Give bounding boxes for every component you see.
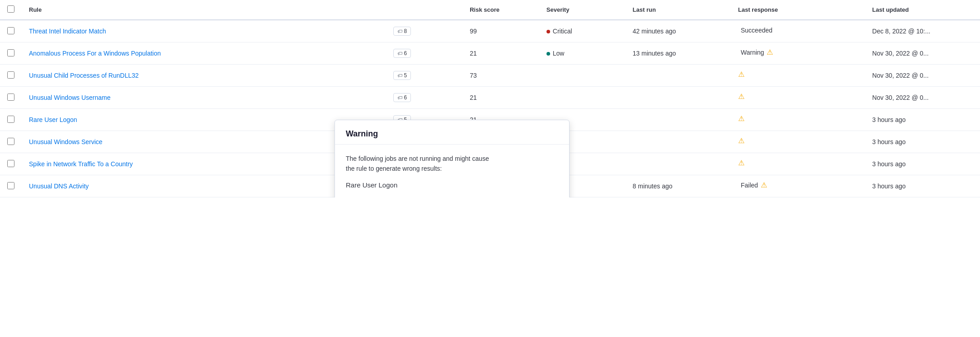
last-run-cell [626, 87, 731, 109]
tag-count: 8 [404, 28, 407, 34]
severity-dot [547, 52, 550, 56]
select-all-checkbox[interactable] [7, 5, 14, 13]
last-run-cell: 8 minutes ago [626, 175, 731, 197]
warning-triangle-icon[interactable]: ⚠ [738, 93, 744, 100]
last-response-cell: ⚠ [731, 65, 750, 84]
last-response-cell: Failed⚠ [731, 175, 750, 195]
tag-badge[interactable]: 🏷5 [393, 71, 411, 80]
row-checkbox[interactable] [7, 160, 14, 167]
response-label: Warning [741, 49, 764, 56]
rule-name-cell: Rare User Logon [22, 109, 386, 131]
row-checkbox[interactable] [7, 71, 14, 79]
last-updated-cell: Nov 30, 2022 @ 0... [865, 65, 980, 87]
severity-cell [539, 87, 626, 109]
table-row: Anomalous Process For a Windows Populati… [0, 42, 980, 65]
last-response-cell: ⚠ [731, 109, 750, 129]
tag-count: 6 [404, 50, 407, 56]
last-run-cell [626, 153, 731, 175]
table-row: Unusual Child Processes of RunDLL32🏷573⚠… [0, 65, 980, 87]
tags-cell: 🏷8 [386, 20, 463, 42]
warning-popup: Warning The following jobs are not runni… [335, 120, 570, 197]
warning-triangle-icon[interactable]: ⚠ [738, 115, 744, 122]
warning-triangle-icon[interactable]: ⚠ [761, 182, 767, 189]
popup-description-line1: The following jobs are not running and m… [346, 155, 489, 162]
severity-cell: Low [539, 42, 626, 65]
rule-name-cell: Unusual Child Processes of RunDLL32 [22, 65, 386, 87]
last-response-cell: ⚠ [731, 131, 750, 151]
severity-cell: Critical [539, 20, 626, 42]
row-checkbox-cell [0, 109, 22, 131]
severity-cell [539, 65, 626, 87]
last-updated-cell: 3 hours ago [865, 153, 980, 175]
table-header-row: Rule Risk score Severity Last run Last r… [0, 0, 980, 20]
rule-name-link[interactable]: Anomalous Process For a Windows Populati… [29, 50, 161, 57]
warning-triangle-icon[interactable]: ⚠ [738, 137, 744, 145]
tags-cell: 🏷6 [386, 42, 463, 65]
risk-score-column-header: Risk score [462, 0, 539, 20]
last-updated-cell: 3 hours ago [865, 131, 980, 153]
last-response-column-header: Last response [731, 0, 865, 20]
last-response-cell: Warning⚠ [731, 42, 750, 62]
last-updated-cell: Nov 30, 2022 @ 0... [865, 42, 980, 65]
tag-count: 5 [404, 72, 407, 79]
popup-description: The following jobs are not running and m… [346, 154, 558, 174]
rule-name-link[interactable]: Threat Intel Indicator Match [29, 28, 106, 35]
row-checkbox-cell [0, 175, 22, 197]
last-response-cell: ⚠ [731, 87, 750, 107]
rule-name-link[interactable]: Unusual Child Processes of RunDLL32 [29, 72, 139, 79]
last-response-cell: Succeeded [731, 20, 750, 40]
row-checkbox[interactable] [7, 182, 14, 189]
last-run-cell: 13 minutes ago [626, 42, 731, 65]
last-updated-cell: 3 hours ago [865, 109, 980, 131]
table-row: Threat Intel Indicator Match🏷899Critical… [0, 20, 980, 42]
tag-count: 6 [404, 94, 407, 101]
table-row: Unusual Windows Username🏷621⚠Nov 30, 202… [0, 87, 980, 109]
popup-header: Warning [335, 120, 569, 145]
row-checkbox[interactable] [7, 27, 14, 34]
tags-column-header [386, 0, 463, 20]
response-label: Succeeded [741, 27, 773, 34]
rule-name-link[interactable]: Rare User Logon [29, 116, 77, 123]
row-checkbox[interactable] [7, 138, 14, 145]
row-checkbox[interactable] [7, 94, 14, 101]
tag-icon: 🏷 [397, 95, 402, 100]
risk-score-cell: 99 [462, 20, 539, 42]
warning-triangle-icon[interactable]: ⚠ [738, 159, 744, 167]
row-checkbox-cell [0, 20, 22, 42]
row-checkbox-cell [0, 65, 22, 87]
rule-name-cell: Anomalous Process For a Windows Populati… [22, 42, 386, 65]
popup-description-line2: the rule to generate wrong results: [346, 165, 442, 172]
row-checkbox-cell [0, 131, 22, 153]
rule-name-cell: Unusual Windows Username [22, 87, 386, 109]
rule-name-cell: Unusual Windows Service [22, 131, 386, 153]
rule-name-link[interactable]: Unusual DNS Activity [29, 183, 89, 190]
tag-badge[interactable]: 🏷8 [393, 27, 411, 36]
last-run-column-header: Last run [626, 0, 731, 20]
rule-name-cell: Threat Intel Indicator Match [22, 20, 386, 42]
row-checkbox-cell [0, 87, 22, 109]
rule-column-header: Rule [22, 0, 386, 20]
severity-dot [547, 30, 550, 33]
row-checkbox[interactable] [7, 49, 14, 56]
rule-name-link[interactable]: Spike in Network Traffic To a Country [29, 160, 133, 168]
last-updated-column-header: Last updated [865, 0, 980, 20]
popup-rule-name: Rare User Logon [346, 181, 558, 189]
risk-score-cell: 21 [462, 87, 539, 109]
popup-body: The following jobs are not running and m… [335, 145, 569, 197]
warning-triangle-icon[interactable]: ⚠ [738, 71, 744, 78]
severity-column-header: Severity [539, 0, 626, 20]
tag-icon: 🏷 [397, 51, 402, 56]
row-checkbox[interactable] [7, 116, 14, 123]
risk-score-cell: 73 [462, 65, 539, 87]
rule-name-cell: Unusual DNS Activity [22, 175, 386, 197]
warning-triangle-icon[interactable]: ⚠ [767, 49, 773, 56]
rule-name-link[interactable]: Unusual Windows Username [29, 94, 111, 101]
tag-badge[interactable]: 🏷6 [393, 49, 411, 58]
rule-name-link[interactable]: Unusual Windows Service [29, 138, 103, 145]
tag-icon: 🏷 [397, 73, 402, 78]
tag-badge[interactable]: 🏷6 [393, 93, 411, 102]
last-run-cell [626, 109, 731, 131]
tags-cell: 🏷5 [386, 65, 463, 87]
row-checkbox-cell [0, 153, 22, 175]
last-response-cell: ⚠ [731, 153, 750, 173]
